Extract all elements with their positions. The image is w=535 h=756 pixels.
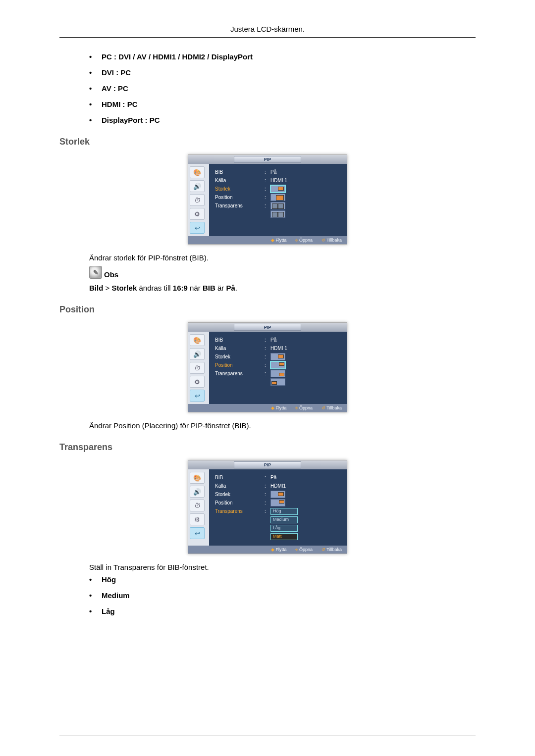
osd-menu: BIB:På Källa:HDMI 1 Storlek: Position: T… xyxy=(209,164,347,236)
trans-opt-medium: Medium xyxy=(270,516,298,523)
picture-icon: 🎨 xyxy=(190,472,205,484)
size-option-pip-right xyxy=(270,210,285,218)
transparens-options-list: Hög Medium Låg xyxy=(59,575,476,615)
source-item-av: AV : PC xyxy=(89,84,476,93)
return-icon: ↩ xyxy=(190,527,205,539)
trans-item-medium: Medium xyxy=(89,591,476,600)
note-obs: ✎ Obs xyxy=(89,266,476,279)
source-item-hdmi: HDMI : PC xyxy=(89,100,476,108)
osd-screenshot-transparens: PIP 🎨 🔊 ⏱ ⚙ ↩ BIB:På Källa:HDMI1 Storlek… xyxy=(59,460,476,554)
position-desc: Ändrar Position (Placering) för PIP-föns… xyxy=(89,421,476,430)
osd-active-transparens: Transparens xyxy=(215,508,265,514)
osd-hint-back: Tillbaka xyxy=(321,238,342,243)
size-option-small xyxy=(270,185,285,193)
note-text: Bild > Storlek ändras till 16:9 när BIB … xyxy=(89,284,476,292)
picture-icon: 🎨 xyxy=(190,334,205,346)
pos-option-storlek xyxy=(270,353,285,360)
osd-footer: Flytta Öppna Tillbaka xyxy=(188,236,347,244)
size-option-medium xyxy=(270,194,285,201)
heading-transparens: Transparens xyxy=(59,442,476,453)
storlek-desc: Ändrar storlek för PIP-fönstret (BIB). xyxy=(89,253,476,262)
clock-icon: ⏱ xyxy=(190,194,205,206)
osd-active-position: Position xyxy=(215,362,265,368)
trans-opt-matt: Matt xyxy=(270,533,298,540)
clock-icon: ⏱ xyxy=(190,362,205,374)
page-header: Justera LCD-skärmen. xyxy=(59,25,476,38)
osd-hint-move: Flytta xyxy=(271,238,287,243)
trans-item-hog: Hög xyxy=(89,575,476,584)
sound-icon: 🔊 xyxy=(190,486,205,498)
pos-option-tr xyxy=(270,361,285,369)
source-item-pc: PC : DVI / AV / HDMI1 / HDMI2 / DisplayP… xyxy=(89,52,476,61)
heading-storlek: Storlek xyxy=(59,137,476,147)
sound-icon: 🔊 xyxy=(190,180,205,192)
osd-tab-pip: PIP xyxy=(234,156,302,163)
source-item-displayport: DisplayPort : PC xyxy=(89,116,476,124)
osd-hint-open: Öppna xyxy=(295,238,313,243)
pos-option-br xyxy=(270,370,285,377)
return-icon: ↩ xyxy=(190,222,205,234)
osd-sidebar: 🎨 🔊 ⏱ ⚙ ↩ xyxy=(188,164,209,236)
sound-icon: 🔊 xyxy=(190,348,205,360)
source-list: PC : DVI / AV / HDMI1 / HDMI2 / DisplayP… xyxy=(59,52,476,124)
source-item-dvi: DVI : PC xyxy=(89,68,476,77)
pos-option-bl xyxy=(270,378,285,386)
osd-screenshot-position: PIP 🎨 🔊 ⏱ ⚙ ↩ BIB:På Källa:HDMI 1 Storle… xyxy=(59,322,476,412)
picture-icon: 🎨 xyxy=(190,166,205,178)
settings-icon: ⚙ xyxy=(190,376,205,388)
trans-opt-lag: Låg xyxy=(270,525,298,532)
osd-active-storlek: Storlek xyxy=(215,186,265,192)
trans-item-lag: Låg xyxy=(89,607,476,615)
return-icon: ↩ xyxy=(190,390,205,402)
settings-icon: ⚙ xyxy=(190,208,205,220)
settings-icon: ⚙ xyxy=(190,513,205,525)
footer-rule xyxy=(59,736,476,736)
transparens-desc: Ställ in Transparens för BIB-fönstret. xyxy=(89,563,476,571)
note-icon: ✎ xyxy=(89,266,102,279)
document-page: Justera LCD-skärmen. PC : DVI / AV / HDM… xyxy=(0,0,535,756)
clock-icon: ⏱ xyxy=(190,500,205,511)
trans-opt-hog: Hög xyxy=(270,508,298,515)
size-option-half xyxy=(270,202,285,209)
heading-position: Position xyxy=(59,304,476,315)
osd-screenshot-storlek: PIP 🎨 🔊 ⏱ ⚙ ↩ BIB:På Källa:HDMI 1 Storle… xyxy=(59,154,476,245)
note-label: Obs xyxy=(104,270,118,279)
